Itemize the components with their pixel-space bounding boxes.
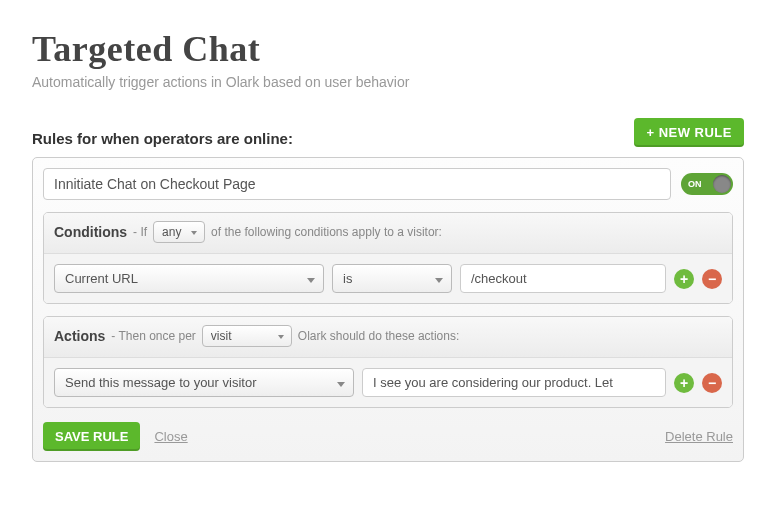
remove-condition-button[interactable]: −: [702, 269, 722, 289]
conditions-match-select[interactable]: any: [153, 221, 205, 243]
page-title: Targeted Chat: [32, 28, 744, 70]
rule-title-input[interactable]: [43, 168, 671, 200]
action-type-select[interactable]: Send this message to your visitor: [54, 368, 354, 397]
delete-rule-link[interactable]: Delete Rule: [665, 429, 733, 444]
conditions-prefix: - If: [133, 225, 147, 239]
new-rule-button[interactable]: + NEW RULE: [634, 118, 744, 147]
toggle-label: ON: [688, 179, 702, 189]
toggle-knob: [713, 175, 731, 193]
conditions-label: Conditions: [54, 224, 127, 240]
action-row: Send this message to your visitor + −: [44, 358, 732, 407]
actions-panel: Actions - Then once per visit Olark shou…: [43, 316, 733, 408]
condition-value-input[interactable]: [460, 264, 666, 293]
conditions-suffix: of the following conditions apply to a v…: [211, 225, 442, 239]
save-rule-button[interactable]: SAVE RULE: [43, 422, 140, 451]
actions-label: Actions: [54, 328, 105, 344]
close-link[interactable]: Close: [154, 429, 187, 444]
remove-action-button[interactable]: −: [702, 373, 722, 393]
section-header: Rules for when operators are online:: [32, 130, 293, 147]
action-value-input[interactable]: [362, 368, 666, 397]
page-subtitle: Automatically trigger actions in Olark b…: [32, 74, 744, 90]
condition-operator-select[interactable]: is: [332, 264, 452, 293]
actions-per-select[interactable]: visit: [202, 325, 292, 347]
condition-field-select[interactable]: Current URL: [54, 264, 324, 293]
rule-card: ON Conditions - If any of the following …: [32, 157, 744, 462]
add-action-button[interactable]: +: [674, 373, 694, 393]
add-condition-button[interactable]: +: [674, 269, 694, 289]
conditions-panel: Conditions - If any of the following con…: [43, 212, 733, 304]
actions-suffix: Olark should do these actions:: [298, 329, 459, 343]
rule-enabled-toggle[interactable]: ON: [681, 173, 733, 195]
condition-row: Current URL is + −: [44, 254, 732, 303]
actions-prefix: - Then once per: [111, 329, 196, 343]
